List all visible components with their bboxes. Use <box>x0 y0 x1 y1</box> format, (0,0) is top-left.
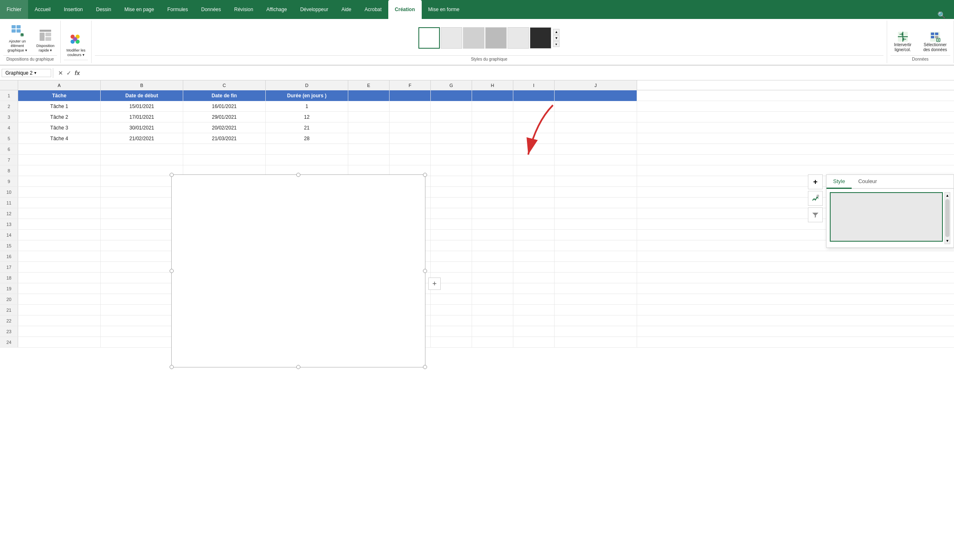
cell[interactable] <box>431 240 472 251</box>
cell[interactable] <box>348 155 390 165</box>
cell[interactable] <box>431 326 472 337</box>
cell[interactable] <box>18 176 101 187</box>
cell[interactable] <box>513 240 555 251</box>
cell[interactable] <box>18 273 101 283</box>
style-scroll-more[interactable]: ▾ <box>553 41 560 47</box>
cell[interactable] <box>513 101 555 112</box>
style-swatch-6[interactable] <box>530 27 551 49</box>
cell[interactable] <box>513 133 555 144</box>
cell[interactable] <box>18 219 101 230</box>
col-header-g[interactable]: G <box>431 80 472 90</box>
panel-scrollbar-down[interactable]: ▼ <box>945 238 950 244</box>
cell[interactable] <box>513 144 555 155</box>
cell[interactable] <box>472 144 513 155</box>
cell[interactable] <box>555 122 637 133</box>
cell[interactable] <box>431 219 472 230</box>
tab-insertion[interactable]: Insertion <box>57 0 90 19</box>
cell[interactable] <box>266 144 348 155</box>
cell[interactable] <box>431 315 472 326</box>
style-swatch-5[interactable] <box>508 27 529 49</box>
cell[interactable] <box>431 165 472 176</box>
cell[interactable] <box>431 90 472 101</box>
col-header-h[interactable]: H <box>472 80 513 90</box>
cell[interactable] <box>555 305 637 315</box>
cell[interactable] <box>431 112 472 122</box>
cell[interactable] <box>472 262 513 273</box>
cell[interactable]: Date de fin <box>183 90 266 101</box>
cell[interactable] <box>101 176 183 187</box>
style-swatch-3[interactable] <box>463 27 484 49</box>
cell[interactable]: Date de début <box>101 90 183 101</box>
col-header-f[interactable]: F <box>390 80 431 90</box>
cell[interactable] <box>348 144 390 155</box>
formula-input[interactable] <box>85 69 952 77</box>
cell[interactable] <box>18 283 101 294</box>
cell[interactable] <box>513 262 555 273</box>
chart-elements-plus-button[interactable]: + <box>428 278 441 290</box>
formula-confirm-icon[interactable]: ✓ <box>66 69 72 77</box>
cell[interactable] <box>555 101 637 112</box>
cell[interactable] <box>390 155 431 165</box>
col-header-i[interactable]: I <box>513 80 555 90</box>
chart-elements-button[interactable]: + <box>808 174 823 189</box>
cell[interactable] <box>555 315 637 326</box>
intervertir-button[interactable]: Intervertirligne/col. <box>890 30 915 54</box>
tab-revision[interactable]: Révision <box>228 0 260 19</box>
cell[interactable] <box>513 165 555 176</box>
cell[interactable] <box>472 230 513 240</box>
col-header-d[interactable]: D <box>266 80 348 90</box>
tab-fichier[interactable]: Fichier <box>0 0 28 19</box>
tab-formules[interactable]: Formules <box>161 0 194 19</box>
cell[interactable] <box>431 198 472 208</box>
cell[interactable]: Tâche 3 <box>18 122 101 133</box>
tab-aide[interactable]: Aide <box>335 0 358 19</box>
cell[interactable] <box>472 283 513 294</box>
cell[interactable] <box>555 294 637 305</box>
cell[interactable]: 30/01/2021 <box>101 122 183 133</box>
cell[interactable] <box>183 155 266 165</box>
col-header-e[interactable]: E <box>348 80 390 90</box>
cell[interactable] <box>431 101 472 112</box>
cell[interactable] <box>348 90 390 101</box>
cell[interactable] <box>472 187 513 198</box>
cell[interactable] <box>431 144 472 155</box>
cell[interactable] <box>555 198 637 208</box>
col-header-b[interactable]: B <box>101 80 183 90</box>
cell[interactable]: 16/01/2021 <box>183 101 266 112</box>
cell[interactable] <box>472 112 513 122</box>
cell[interactable] <box>513 305 555 315</box>
tab-developpeur[interactable]: Développeur <box>293 0 335 19</box>
cell[interactable] <box>555 326 637 337</box>
name-box-dropdown-icon[interactable]: ▾ <box>34 71 36 75</box>
cell[interactable]: 28 <box>266 133 348 144</box>
cell[interactable]: 21/02/2021 <box>101 133 183 144</box>
cell[interactable] <box>18 337 101 348</box>
cell[interactable] <box>101 155 183 165</box>
cell[interactable] <box>18 198 101 208</box>
cell[interactable] <box>431 230 472 240</box>
cell[interactable] <box>555 112 637 122</box>
cell[interactable] <box>18 305 101 315</box>
style-scroll-down[interactable]: ▼ <box>553 35 560 41</box>
cell[interactable] <box>348 122 390 133</box>
cell[interactable] <box>390 122 431 133</box>
cell[interactable] <box>431 294 472 305</box>
tab-creation[interactable]: Création <box>388 0 422 19</box>
chart-styles-button[interactable] <box>808 191 823 206</box>
cell[interactable] <box>513 251 555 262</box>
cell[interactable] <box>555 262 637 273</box>
cell[interactable] <box>431 133 472 144</box>
cell[interactable] <box>390 133 431 144</box>
cell[interactable] <box>101 294 183 305</box>
cell[interactable]: 17/01/2021 <box>101 112 183 122</box>
chart-handle-tc[interactable] <box>296 173 300 177</box>
cell[interactable] <box>472 165 513 176</box>
cell[interactable] <box>472 122 513 133</box>
cell[interactable] <box>431 122 472 133</box>
cell[interactable]: Tâche 1 <box>18 101 101 112</box>
col-header-j[interactable]: J <box>555 80 637 90</box>
cell[interactable]: 15/01/2021 <box>101 101 183 112</box>
cell[interactable] <box>555 165 637 176</box>
cell[interactable] <box>431 262 472 273</box>
name-box[interactable]: Graphique 2 ▾ <box>2 69 51 77</box>
